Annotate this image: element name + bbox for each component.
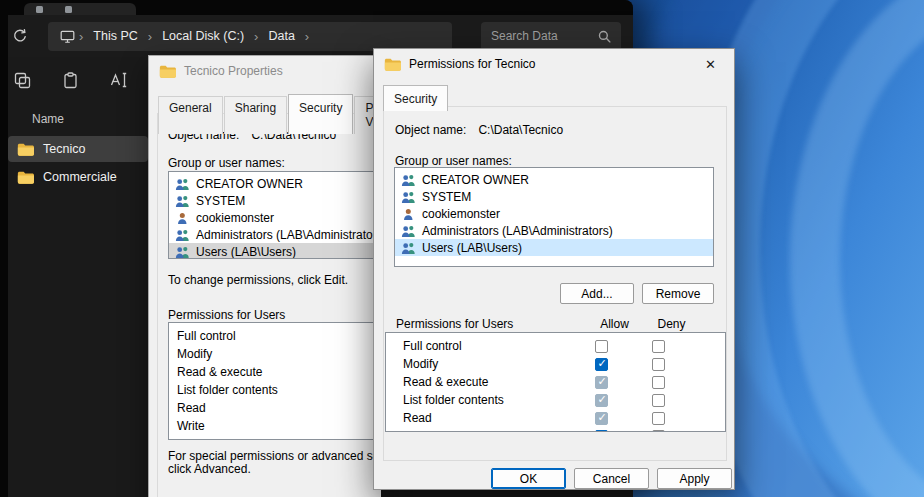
group-item[interactable]: Users (LAB\Users) bbox=[395, 239, 713, 256]
allow-checkbox[interactable] bbox=[595, 412, 608, 425]
remove-button[interactable]: Remove bbox=[642, 283, 714, 304]
allow-checkbox[interactable] bbox=[595, 430, 608, 433]
group-list-label: Group or user names: bbox=[395, 154, 512, 168]
permission-name: Read & execute bbox=[386, 375, 573, 389]
permissions-dialog-titlebar[interactable]: Permissions for Tecnico ✕ bbox=[374, 49, 734, 79]
file-list: TecnicoCommerciale bbox=[8, 136, 148, 190]
breadcrumb-item[interactable]: This PC bbox=[85, 29, 145, 43]
group-item-label: cookiemonster bbox=[196, 211, 274, 225]
add-button[interactable]: Add... bbox=[560, 283, 634, 304]
permission-item[interactable]: Write bbox=[169, 417, 381, 435]
group-item[interactable]: Administrators (LAB\Administrators) bbox=[169, 226, 381, 243]
group-list-label: Group or user names: bbox=[168, 156, 285, 170]
user-group-icon bbox=[175, 178, 190, 190]
group-item-label: cookiemonster bbox=[422, 207, 500, 221]
permissions-dialog-title: Permissions for Tecnico bbox=[409, 57, 689, 71]
close-button[interactable]: ✕ bbox=[697, 55, 724, 74]
tab-general[interactable]: General bbox=[158, 96, 223, 134]
object-name-value: C:\Data\Tecnico bbox=[478, 123, 563, 137]
group-item-label: SYSTEM bbox=[196, 194, 245, 208]
permission-name: Read bbox=[386, 411, 573, 425]
deny-column-header: Deny bbox=[643, 317, 700, 331]
tab-close-icon[interactable] bbox=[65, 6, 72, 13]
allow-checkbox[interactable] bbox=[595, 394, 608, 407]
deny-checkbox[interactable] bbox=[652, 430, 665, 433]
group-item-label: SYSTEM bbox=[422, 190, 471, 204]
permission-name: Modify bbox=[386, 357, 573, 371]
group-item[interactable]: cookiemonster bbox=[169, 209, 381, 226]
properties-dialog-titlebar[interactable]: Tecnico Properties bbox=[149, 56, 381, 86]
dialog-folder-icon bbox=[159, 64, 176, 78]
copy-icon[interactable] bbox=[14, 72, 31, 89]
permission-item[interactable]: Modify bbox=[169, 345, 381, 363]
permission-row: Write bbox=[386, 427, 725, 432]
group-item[interactable]: cookiemonster bbox=[395, 205, 713, 222]
group-item[interactable]: CREATOR OWNER bbox=[169, 175, 381, 192]
tab-security[interactable]: Security bbox=[288, 94, 353, 134]
properties-tabs: GeneralSharingSecurityPrevious Vers bbox=[149, 96, 381, 134]
props-perm-list: Full controlModifyRead & executeList fol… bbox=[168, 322, 381, 440]
rename-icon[interactable] bbox=[110, 72, 128, 88]
permission-row: Read & execute bbox=[386, 373, 725, 391]
perm-group-list: CREATOR OWNERSYSTEMcookiemonsterAdminist… bbox=[394, 167, 714, 267]
paste-icon[interactable] bbox=[62, 72, 79, 89]
column-header-name[interactable]: Name bbox=[8, 108, 148, 136]
user-icon bbox=[401, 208, 416, 220]
permission-item[interactable]: List folder contents bbox=[169, 381, 381, 399]
cancel-button[interactable]: Cancel bbox=[574, 468, 649, 489]
tab-folder-icon bbox=[36, 6, 43, 13]
refresh-icon[interactable] bbox=[12, 28, 28, 44]
group-item[interactable]: Administrators (LAB\Administrators) bbox=[395, 222, 713, 239]
apply-button[interactable]: Apply bbox=[657, 468, 732, 489]
breadcrumb-item[interactable]: Local Disk (C:) bbox=[154, 29, 252, 43]
group-item[interactable]: SYSTEM bbox=[395, 188, 713, 205]
permission-name: Write bbox=[386, 429, 573, 432]
breadcrumb-items: ›This PC›Local Disk (C:)›Data› bbox=[77, 29, 311, 44]
advanced-hint-line1: For special permissions or advanced sett… bbox=[168, 449, 381, 463]
file-row-tecnico[interactable]: Tecnico bbox=[8, 136, 148, 162]
advanced-hint: For special permissions or advanced sett… bbox=[168, 450, 381, 476]
file-name: Commerciale bbox=[43, 170, 117, 184]
dialog-action-buttons: OK Cancel Apply bbox=[491, 468, 732, 489]
deny-checkbox[interactable] bbox=[652, 358, 665, 371]
dialog-folder-icon bbox=[384, 57, 401, 71]
group-item[interactable]: SYSTEM bbox=[169, 192, 381, 209]
allow-checkbox[interactable] bbox=[595, 340, 608, 353]
user-group-icon bbox=[401, 242, 416, 254]
breadcrumb: ›This PC›Local Disk (C:)›Data› bbox=[48, 22, 452, 51]
permissions-table-header: Permissions for Users Allow Deny bbox=[384, 317, 726, 331]
breadcrumb-chevron-icon: › bbox=[146, 29, 154, 44]
search-box[interactable]: Search Data bbox=[481, 22, 621, 51]
tab-security[interactable]: Security bbox=[383, 85, 448, 111]
breadcrumb-item[interactable]: Data bbox=[260, 29, 302, 43]
file-name: Tecnico bbox=[43, 142, 85, 156]
file-row-commerciale[interactable]: Commerciale bbox=[8, 164, 148, 190]
folder-icon bbox=[17, 142, 34, 156]
permissions-dialog: Permissions for Tecnico ✕ Security Objec… bbox=[373, 48, 735, 490]
explorer-tab[interactable] bbox=[24, 3, 136, 15]
object-name-line: Object name: C:\Data\Tecnico bbox=[395, 123, 563, 137]
advanced-hint-line2: click Advanced. bbox=[168, 462, 251, 476]
user-group-icon bbox=[401, 191, 416, 203]
breadcrumb-chevron-icon: › bbox=[303, 29, 311, 44]
allow-column-header: Allow bbox=[586, 317, 643, 331]
breadcrumb-chevron-icon: › bbox=[77, 29, 85, 44]
permissions-for-users-label: Permissions for Users bbox=[168, 308, 285, 322]
deny-checkbox[interactable] bbox=[652, 412, 665, 425]
deny-checkbox[interactable] bbox=[652, 376, 665, 389]
permission-item[interactable]: Full control bbox=[169, 327, 381, 345]
tab-sharing[interactable]: Sharing bbox=[224, 96, 287, 134]
deny-checkbox[interactable] bbox=[652, 394, 665, 407]
user-icon bbox=[175, 212, 190, 224]
deny-checkbox[interactable] bbox=[652, 340, 665, 353]
permission-item[interactable]: Read bbox=[169, 399, 381, 417]
allow-checkbox[interactable] bbox=[595, 376, 608, 389]
file-pane: Name TecnicoCommerciale bbox=[8, 108, 148, 192]
ok-button[interactable]: OK bbox=[491, 468, 566, 489]
permission-item[interactable]: Read & execute bbox=[169, 363, 381, 381]
group-item[interactable]: Users (LAB\Users) bbox=[169, 243, 381, 259]
allow-checkbox[interactable] bbox=[595, 358, 608, 371]
permission-name: List folder contents bbox=[386, 393, 573, 407]
group-item[interactable]: CREATOR OWNER bbox=[395, 171, 713, 188]
permission-row: Full control bbox=[386, 337, 725, 355]
